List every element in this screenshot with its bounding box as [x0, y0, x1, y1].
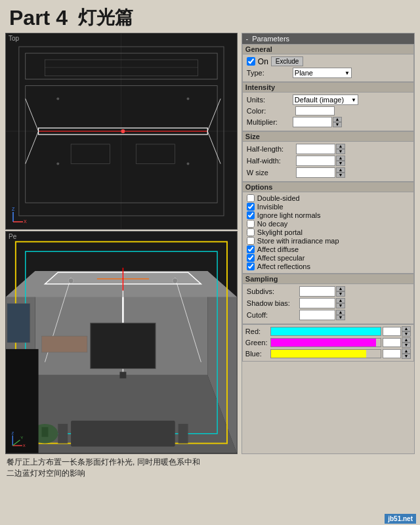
- on-checkbox[interactable]: [247, 57, 255, 66]
- red-bar-container[interactable]: [270, 327, 381, 336]
- exclude-button[interactable]: Exclude: [271, 56, 304, 66]
- color-row: Color:: [247, 106, 410, 116]
- option-checkbox-8[interactable]: [247, 262, 255, 270]
- svg-point-14: [56, 163, 59, 165]
- green-bar-container[interactable]: [270, 338, 381, 347]
- svg-rect-19: [136, 144, 175, 164]
- collapse-icon[interactable]: -: [246, 35, 248, 43]
- shadow-bias-input[interactable]: 0.02mm: [299, 298, 335, 308]
- top-viewport: Top: [5, 33, 238, 230]
- intensity-header: Intensity: [243, 83, 413, 93]
- multiplier-label: Multiplier:: [247, 118, 293, 126]
- size-header: Size: [243, 132, 413, 142]
- green-label: Green:: [245, 339, 270, 346]
- option-label-3: No decay: [257, 220, 287, 228]
- blue-spin-down[interactable]: ▼: [402, 354, 411, 359]
- svg-text:X: X: [23, 444, 26, 448]
- multiplier-spin-up[interactable]: ▲: [333, 117, 342, 122]
- color-label: Color:: [247, 107, 293, 115]
- sampling-body: Subdivs: 15 ▲ ▼ Shadow bias: 0.02mm: [243, 284, 413, 324]
- svg-line-53: [12, 440, 20, 446]
- intensity-body: Units: Default (image) ▼ Color: Multipli…: [243, 93, 413, 131]
- shadow-bias-spin-up[interactable]: ▲: [336, 298, 345, 303]
- multiplier-spin-down[interactable]: ▼: [333, 122, 342, 127]
- blue-bar: [271, 350, 366, 358]
- subdivs-spin-up[interactable]: ▲: [336, 286, 345, 291]
- red-value-input[interactable]: 255: [383, 327, 401, 336]
- units-dropdown-arrow: ▼: [351, 97, 356, 103]
- svg-text:Z: Z: [12, 431, 14, 435]
- svg-rect-42: [58, 424, 68, 444]
- subdivs-spin-down[interactable]: ▼: [336, 291, 345, 297]
- svg-rect-3: [26, 53, 217, 79]
- type-label: Type:: [247, 69, 293, 77]
- blue-value-input[interactable]: 221: [383, 349, 401, 358]
- blue-bar-container[interactable]: [270, 349, 381, 358]
- option-checkbox-6[interactable]: [247, 245, 255, 253]
- option-checkbox-5[interactable]: [247, 237, 255, 245]
- half-width-row: Half-width: 238.672m ▲ ▼: [247, 156, 410, 166]
- half-width-spin-up[interactable]: ▲: [336, 156, 345, 161]
- option-row-8: Affect reflections: [247, 262, 410, 270]
- option-checkbox-3[interactable]: [247, 220, 255, 228]
- units-label: Units:: [247, 96, 293, 104]
- cutoff-spin-down[interactable]: ▼: [336, 315, 345, 320]
- option-label-6: Affect diffuse: [257, 245, 299, 253]
- half-width-input[interactable]: 238.672m: [296, 156, 335, 166]
- general-section: General On Exclude Type: Plane ▼: [242, 44, 414, 82]
- panel-titlebar: - Parameters: [242, 33, 414, 44]
- svg-rect-16: [45, 60, 198, 76]
- green-spin-up[interactable]: ▲: [402, 337, 411, 343]
- w-size-spin-up[interactable]: ▲: [336, 167, 345, 173]
- subdivs-input[interactable]: 15: [299, 286, 335, 297]
- half-length-spin-up[interactable]: ▲: [336, 144, 345, 149]
- half-length-spin-down[interactable]: ▼: [336, 149, 345, 154]
- cutoff-spin: ▲ ▼: [336, 310, 345, 320]
- color-swatch[interactable]: [295, 106, 335, 116]
- half-length-group: 2264.002 ▲ ▼: [296, 144, 345, 154]
- footer-text1: 餐厅正上方布置一长条形面灯作补光, 同时用暖色系中和: [7, 457, 413, 468]
- option-row-5: Store with irradiance map: [247, 237, 410, 245]
- half-width-spin-down[interactable]: ▼: [336, 161, 345, 166]
- svg-text:X: X: [24, 219, 27, 224]
- main-area: Top: [0, 33, 420, 454]
- option-row-4: Skylight portal: [247, 228, 410, 236]
- svg-point-40: [173, 278, 178, 284]
- option-checkbox-1[interactable]: [247, 203, 255, 211]
- shadow-bias-row: Shadow bias: 0.02mm ▲ ▼: [247, 298, 410, 308]
- type-dropdown[interactable]: Plane ▼: [293, 68, 352, 78]
- svg-point-11: [121, 129, 125, 133]
- option-label-8: Affect reflections: [257, 262, 310, 270]
- green-value-input[interactable]: 246: [383, 338, 401, 347]
- option-row-2: Ignore light normals: [247, 211, 410, 219]
- half-width-spin: ▲ ▼: [336, 156, 345, 166]
- footer-text2: 二边蓝灯对空间的影响: [7, 468, 413, 479]
- half-length-input[interactable]: 2264.002: [296, 144, 335, 154]
- red-spin-up[interactable]: ▲: [402, 326, 411, 331]
- option-checkbox-4[interactable]: [247, 228, 255, 236]
- option-checkbox-0[interactable]: [247, 194, 255, 202]
- cutoff-group: 0.001 ▲ ▼: [299, 310, 345, 320]
- red-spin-down[interactable]: ▼: [402, 331, 411, 337]
- shadow-bias-spin-down[interactable]: ▼: [336, 303, 345, 308]
- option-checkbox-7[interactable]: [247, 254, 255, 262]
- cutoff-input[interactable]: 0.001: [299, 310, 335, 320]
- svg-rect-45: [42, 427, 49, 437]
- subdivs-row: Subdivs: 15 ▲ ▼: [247, 286, 410, 297]
- green-channel-row: Green: 246 ▲ ▼: [245, 337, 411, 348]
- multiplier-input[interactable]: 10.0: [293, 117, 332, 127]
- w-size-spin-down[interactable]: ▼: [336, 173, 345, 178]
- units-dropdown[interactable]: Default (image) ▼: [293, 94, 358, 105]
- cutoff-spin-up[interactable]: ▲: [336, 310, 345, 315]
- green-spin-down[interactable]: ▼: [402, 343, 411, 348]
- w-size-label: W size: [247, 169, 296, 177]
- options-body: Double-sidedInvisibleIgnore light normal…: [243, 192, 413, 273]
- sampling-header: Sampling: [243, 274, 413, 284]
- option-label-1: Invisible: [257, 203, 284, 211]
- blue-spin-up[interactable]: ▲: [402, 348, 411, 354]
- svg-point-15: [187, 163, 190, 165]
- watermark: jb51.net: [385, 514, 416, 524]
- option-checkbox-2[interactable]: [247, 211, 255, 219]
- svg-text:Y: Y: [20, 436, 23, 440]
- w-size-input[interactable]: 10.0mm: [296, 167, 335, 178]
